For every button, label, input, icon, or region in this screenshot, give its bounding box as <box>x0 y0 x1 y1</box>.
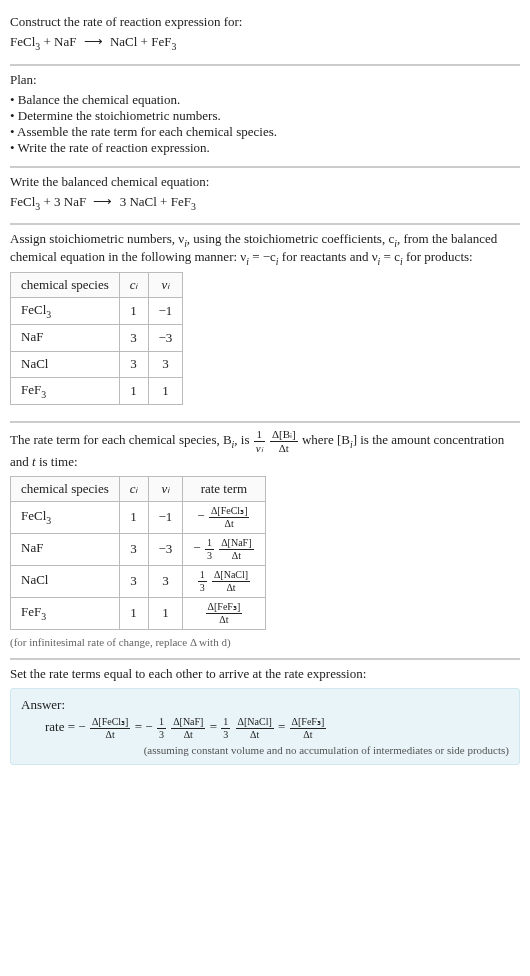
sp: NaF <box>21 540 43 555</box>
vi-label: νᵢ <box>162 277 170 292</box>
cell-vi: 1 <box>148 378 183 405</box>
cell-ci: 3 <box>119 533 148 565</box>
cell-rate: Δ[FeF₃]Δt <box>183 597 265 629</box>
txt: = −c <box>249 249 276 264</box>
num: Δ[NaF] <box>219 538 253 550</box>
beq-rhs-sub: 3 <box>191 200 196 211</box>
answer-box: Answer: rate = − Δ[FeCl₃]Δt = − 13 Δ[NaF… <box>10 688 520 765</box>
num: 1 <box>221 717 230 729</box>
num: Δ[Bᵢ] <box>270 429 298 442</box>
coef-frac: 13 <box>221 717 230 740</box>
sp-sub: 3 <box>41 389 46 400</box>
col-ci: cᵢ <box>119 476 148 501</box>
plan-item: Assemble the rate term for each chemical… <box>10 124 520 140</box>
num: 1 <box>157 717 166 729</box>
eq-rhs: NaCl + FeF <box>107 34 172 49</box>
table-row: NaCl 3 3 13 Δ[NaCl]Δt <box>11 565 266 597</box>
den: Δt <box>290 729 327 740</box>
sign: − <box>193 540 200 555</box>
den: Δt <box>270 442 298 454</box>
sp: NaCl <box>21 572 48 587</box>
rate-frac: Δ[FeF₃]Δt <box>290 717 327 740</box>
txt: , using the stoichiometric coefficients,… <box>187 231 394 246</box>
cell-species: NaCl <box>11 565 120 597</box>
sp: FeF <box>21 382 41 397</box>
table-row: NaCl 3 3 <box>11 351 183 378</box>
den: 3 <box>205 550 214 561</box>
num: Δ[FeCl₃] <box>90 717 131 729</box>
cell-rate: 13 Δ[NaCl]Δt <box>183 565 265 597</box>
txt: is time: <box>36 454 78 469</box>
intro-section: Construct the rate of reaction expressio… <box>10 8 520 64</box>
sign: − <box>145 719 152 734</box>
beq-lhs: FeCl <box>10 194 35 209</box>
balanced-section: Write the balanced chemical equation: Fe… <box>10 168 520 224</box>
cell-species: NaF <box>11 324 120 351</box>
answer-rate-expression: rate = − Δ[FeCl₃]Δt = − 13 Δ[NaF]Δt = 13… <box>45 717 509 740</box>
rate-frac: Δ[FeF₃]Δt <box>206 602 243 625</box>
num: Δ[FeF₃] <box>290 717 327 729</box>
stoich-text: Assign stoichiometric numbers, νi, using… <box>10 231 520 266</box>
equals: = <box>135 719 146 734</box>
cell-vi: −3 <box>148 324 183 351</box>
sp-sub: 3 <box>46 515 51 526</box>
stoich-section: Assign stoichiometric numbers, νi, using… <box>10 225 520 421</box>
table-header-row: chemical species cᵢ νᵢ rate term <box>11 476 266 501</box>
coef-frac: 13 <box>205 538 214 561</box>
plan-item: Balance the chemical equation. <box>10 92 520 108</box>
ci-label: cᵢ <box>130 277 138 292</box>
rateterm-table: chemical species cᵢ νᵢ rate term FeCl3 1… <box>10 476 266 630</box>
cell-vi: −1 <box>148 298 183 325</box>
balanced-equation: FeCl3 + 3 NaF ⟶ 3 NaCl + FeF3 <box>10 194 520 212</box>
cell-species: NaF <box>11 533 120 565</box>
table-row: FeF3 1 1 <box>11 378 183 405</box>
cell-species: FeCl3 <box>11 501 120 533</box>
col-vi: νᵢ <box>148 273 183 298</box>
final-heading: Set the rate terms equal to each other t… <box>10 666 520 682</box>
arrow-icon: ⟶ <box>80 34 107 50</box>
rate-frac: Δ[NaF]Δt <box>171 717 205 740</box>
equals: = <box>210 719 221 734</box>
den: Δt <box>219 550 253 561</box>
coef-frac: 13 <box>157 717 166 740</box>
cell-rate: − 13 Δ[NaF]Δt <box>183 533 265 565</box>
num: 1 <box>205 538 214 550</box>
frac-1-over-vi: 1νᵢ <box>254 429 265 454</box>
txt: The rate term for each chemical species,… <box>10 432 232 447</box>
cell-ci: 1 <box>119 597 148 629</box>
rateterm-text: The rate term for each chemical species,… <box>10 429 520 470</box>
col-rate: rate term <box>183 476 265 501</box>
sp-sub: 3 <box>46 309 51 320</box>
eq-lhs: FeCl <box>10 34 35 49</box>
num: Δ[NaF] <box>171 717 205 729</box>
sp-sub: 3 <box>41 611 46 622</box>
cell-vi: 1 <box>148 597 183 629</box>
cell-vi: −3 <box>148 533 183 565</box>
cell-vi: 3 <box>148 351 183 378</box>
den: 3 <box>198 582 207 593</box>
rate-frac: Δ[NaF]Δt <box>219 538 253 561</box>
table-row: NaF 3 −3 − 13 Δ[NaF]Δt <box>11 533 266 565</box>
rateterm-note: (for infinitesimal rate of change, repla… <box>10 636 520 648</box>
cell-species: FeCl3 <box>11 298 120 325</box>
sign: − <box>78 719 85 734</box>
beq-rhs: 3 NaCl + FeF <box>116 194 191 209</box>
cell-ci: 3 <box>119 324 148 351</box>
cell-vi: −1 <box>148 501 183 533</box>
rate-frac: Δ[FeCl₃]Δt <box>90 717 131 740</box>
num: 1 <box>254 429 265 442</box>
den: 3 <box>221 729 230 740</box>
den: 3 <box>157 729 166 740</box>
col-species: chemical species <box>11 273 120 298</box>
txt: Assign stoichiometric numbers, ν <box>10 231 184 246</box>
den: νᵢ <box>254 442 265 454</box>
txt: for products: <box>403 249 473 264</box>
den: Δt <box>212 582 250 593</box>
ci-label: cᵢ <box>130 481 138 496</box>
rate-label: rate = <box>45 719 78 734</box>
sign: − <box>197 508 204 523</box>
table-row: FeF3 1 1 Δ[FeF₃]Δt <box>11 597 266 629</box>
plan-heading: Plan: <box>10 72 520 88</box>
plan-list: Balance the chemical equation. Determine… <box>10 92 520 156</box>
cell-species: FeF3 <box>11 378 120 405</box>
